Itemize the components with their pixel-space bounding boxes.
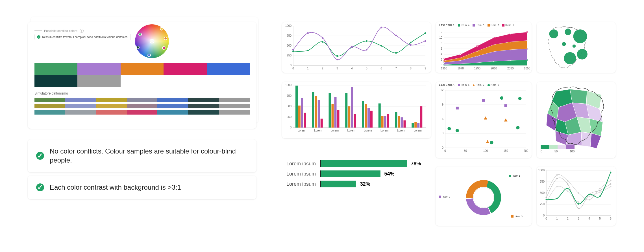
svg-point-221 [610, 180, 612, 181]
color-wheel[interactable] [135, 24, 169, 58]
svg-point-22 [292, 51, 294, 52]
check-icon: ✓ [37, 35, 40, 39]
svg-point-169 [518, 97, 522, 100]
svg-rect-132 [381, 116, 384, 128]
svg-point-24 [322, 41, 323, 43]
svg-point-82 [443, 58, 445, 59]
svg-text:500: 500 [287, 105, 291, 108]
wheel-handle[interactable] [162, 46, 166, 50]
wheel-handle[interactable] [164, 37, 167, 40]
choropleth-map-card: 050100 [537, 82, 616, 158]
svg-point-235 [610, 172, 612, 173]
svg-rect-131 [378, 104, 381, 128]
svg-text:2: 2 [567, 217, 569, 220]
wheel-handle-center[interactable] [150, 39, 154, 43]
svg-text:750: 750 [540, 180, 545, 183]
svg-text:9: 9 [442, 103, 443, 106]
svg-rect-138 [401, 117, 403, 128]
svg-text:5: 5 [366, 67, 367, 70]
small-line-chart-card: 025050075010000123456 [537, 166, 616, 226]
svg-rect-113 [318, 100, 320, 128]
conflict-label: Possibile conflitto colore [44, 29, 77, 32]
svg-point-35 [336, 59, 338, 60]
svg-rect-142 [414, 122, 417, 128]
svg-text:2: 2 [322, 67, 323, 70]
hbar-track: 32% [320, 181, 431, 187]
swatch[interactable] [34, 75, 77, 87]
svg-text:2050: 2050 [524, 67, 530, 70]
svg-point-88 [549, 29, 558, 38]
svg-point-171 [490, 141, 493, 144]
svg-text:Lorem: Lorem [397, 129, 405, 132]
svg-rect-137 [398, 116, 400, 128]
svg-rect-114 [321, 119, 323, 128]
svg-text:8: 8 [441, 41, 442, 45]
wheel-handle[interactable] [147, 54, 151, 57]
svg-rect-109 [304, 113, 306, 128]
wheel-handle[interactable] [138, 33, 142, 36]
svg-point-231 [567, 188, 569, 189]
svg-text:0: 0 [543, 214, 545, 217]
svg-text:1: 1 [556, 217, 558, 220]
svg-point-170 [516, 126, 519, 130]
svg-text:6: 6 [610, 217, 612, 220]
swatch[interactable] [77, 75, 120, 87]
svg-point-211 [578, 201, 579, 203]
hbar-row: Lorem ipsum 54% [282, 170, 431, 177]
svg-text:0: 0 [290, 126, 291, 129]
svg-text:0: 0 [442, 146, 443, 149]
swatch[interactable] [164, 63, 206, 75]
svg-point-87 [526, 31, 528, 33]
hbar-label: Lorem ipsum [282, 161, 316, 167]
svg-point-92 [573, 44, 576, 48]
svg-text:12: 12 [440, 89, 444, 92]
hbar-chart-card: Lorem ipsum 78% Lorem ipsum 54% Lorem ip… [282, 157, 431, 205]
swatch[interactable] [77, 63, 120, 75]
svg-text:12: 12 [439, 30, 443, 34]
svg-text:6: 6 [442, 117, 443, 120]
svg-rect-144 [420, 106, 422, 128]
svg-text:1990: 1990 [474, 67, 480, 70]
sim-label: Simulatore daltonismo [34, 91, 250, 95]
svg-point-36 [351, 46, 353, 48]
svg-point-39 [395, 35, 397, 36]
svg-text:0: 0 [441, 64, 442, 67]
svg-point-210 [567, 190, 569, 192]
area-legend: LEGENDA Item 4 Item 3 Item 2 Item 1 [439, 24, 514, 27]
svg-rect-107 [298, 106, 301, 128]
area-chart-card: LEGENDA Item 4 Item 3 Item 2 Item 1 0246… [436, 22, 532, 73]
svg-point-218 [578, 192, 579, 194]
svg-text:2: 2 [441, 58, 442, 61]
svg-text:1950: 1950 [441, 67, 447, 70]
svg-text:4: 4 [588, 217, 590, 220]
svg-text:5: 5 [599, 217, 601, 220]
svg-rect-118 [334, 97, 337, 128]
svg-rect-141 [412, 123, 414, 128]
svg-rect-106 [295, 86, 298, 128]
svg-point-40 [410, 44, 412, 46]
wheel-handle[interactable] [160, 27, 163, 30]
svg-point-91 [562, 42, 566, 46]
message-card-1: ✓ No color conflicts. Colour samples are… [28, 139, 256, 172]
swatch[interactable] [207, 63, 250, 75]
svg-text:Lorem: Lorem [380, 129, 388, 132]
svg-text:4: 4 [441, 53, 442, 56]
info-icon[interactable]: i [80, 29, 84, 33]
swatch[interactable] [34, 63, 77, 75]
svg-point-168 [500, 96, 503, 100]
svg-point-94 [564, 52, 576, 64]
swatch[interactable] [121, 63, 164, 75]
message-card-2: ✓ Each color contrast with background is… [28, 176, 256, 199]
svg-point-90 [573, 29, 587, 43]
svg-point-220 [599, 188, 601, 189]
svg-text:6: 6 [441, 47, 442, 50]
svg-text:3: 3 [578, 217, 579, 220]
svg-text:0: 0 [444, 149, 446, 152]
svg-text:Lorem: Lorem [364, 129, 372, 132]
svg-rect-128 [367, 108, 370, 128]
svg-text:750: 750 [287, 34, 291, 37]
svg-rect-136 [395, 112, 397, 128]
ok-chip-text: Nessun conflitto trovato. I campioni son… [42, 36, 128, 39]
map-scale-legend: 050100 [541, 145, 575, 153]
wheel-handle[interactable] [136, 46, 140, 49]
